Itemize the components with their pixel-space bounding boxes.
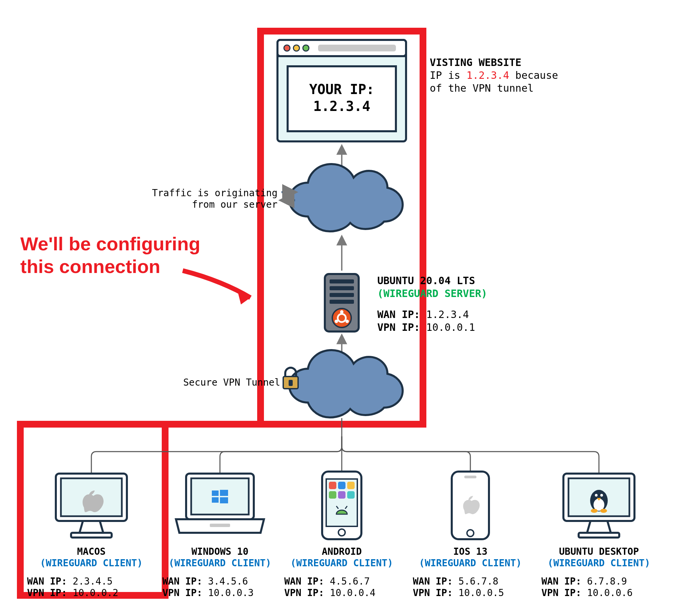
svg-rect-32 [212,497,219,503]
svg-point-17 [335,320,338,323]
lock-icon [283,368,298,389]
client-name: WINDOWS 10 [192,546,249,557]
svg-text:VPN IP: 10.0.0.4: VPN IP: 10.0.0.4 [284,587,376,598]
client-role: (WIREGUARD CLIENT) [290,557,393,569]
ubuntu-server-icon [325,274,359,332]
svg-rect-38 [338,482,345,489]
svg-rect-33 [220,497,228,503]
svg-rect-39 [347,482,355,489]
svg-rect-11 [330,286,354,290]
svg-text:WAN IP: 1.2.3.4: WAN IP: 1.2.3.4 [377,309,469,320]
client-captions: MACOS (WIREGUARD CLIENT) WAN IP: 2.3.4.5… [27,546,650,598]
svg-point-53 [600,509,607,513]
svg-rect-30 [212,491,219,496]
svg-rect-37 [329,482,336,489]
browser-ip-value: 1.2.3.4 [313,98,371,114]
client-name: ANDROID [322,546,362,557]
tux-logo-icon [590,490,608,513]
client-role: (WIREGUARD CLIENT) [40,557,142,569]
client-windows [176,474,264,533]
svg-point-18 [345,320,349,323]
speaker-icon [464,476,476,478]
client-name: IOS 13 [453,546,487,557]
svg-rect-40 [329,491,336,499]
svg-text:WAN IP: 2.3.4.5: WAN IP: 2.3.4.5 [27,576,113,587]
traffic-caption: Traffic is originating from our server [152,187,277,210]
traffic-min-icon [293,45,299,51]
browser-window: YOUR IP: 1.2.3.4 [277,40,406,141]
svg-rect-54 [579,533,619,538]
svg-text:WAN IP: 5.6.7.8: WAN IP: 5.6.7.8 [413,576,498,587]
svg-point-52 [591,509,598,513]
svg-rect-42 [347,491,355,499]
svg-rect-41 [338,491,345,499]
svg-rect-10 [330,279,354,283]
website-caption: VISTING WEBSITE IP is 1.2.3.4 becauseof … [430,57,558,94]
tunnel-caption: Secure VPN Tunnel [183,377,280,388]
svg-rect-34 [210,524,230,527]
svg-text:VPN IP: 10.0.0.2: VPN IP: 10.0.0.2 [27,587,118,598]
traffic-max-icon [303,45,309,51]
svg-rect-13 [330,300,354,304]
client-role: (WIREGUARD CLIENT) [548,557,650,569]
svg-text:WAN IP: 4.5.6.7: WAN IP: 4.5.6.7 [284,576,370,587]
svg-rect-31 [220,490,228,496]
client-ubuntu-desktop [563,474,634,538]
svg-text:VPN IP: 10.0.0.3: VPN IP: 10.0.0.3 [162,587,254,598]
traffic-close-icon [284,45,290,51]
svg-rect-27 [71,533,112,538]
svg-text:WAN IP: 3.4.5.6: WAN IP: 3.4.5.6 [162,576,248,587]
svg-text:VPN IP: 10.0.0.1: VPN IP: 10.0.0.1 [377,321,475,333]
svg-rect-22 [289,380,293,386]
svg-point-51 [600,494,603,497]
website-caption-title: VISTING WEBSITE [430,57,521,68]
urlbar-icon [318,45,396,52]
client-name: MACOS [77,546,105,557]
browser-ip-label: YOUR IP: [309,81,375,97]
client-android [322,472,361,539]
client-role: (WIREGUARD CLIENT) [419,557,521,569]
svg-text:IP is 1.2.3.4 becauseof the VP: IP is 1.2.3.4 becauseof the VPN tunnel [430,69,558,94]
svg-text:VPN IP: 10.0.0.6: VPN IP: 10.0.0.6 [541,587,633,598]
server-role: (WIREGUARD SERVER) [377,287,487,299]
svg-marker-65 [237,288,251,304]
server-caption: UBUNTU 20.04 LTS (WIREGUARD SERVER) WAN … [377,275,487,333]
svg-point-50 [595,494,598,497]
svg-rect-29 [191,478,249,515]
server-title: UBUNTU 20.04 LTS [377,275,475,286]
client-ios [452,472,489,539]
client-name: UBUNTU DESKTOP [559,546,639,557]
client-macos [56,474,127,538]
svg-text:VPN IP: 10.0.0.5: VPN IP: 10.0.0.5 [413,587,504,598]
client-role: (WIREGUARD CLIENT) [169,557,271,569]
svg-rect-12 [330,293,354,297]
svg-text:WAN IP: 6.7.8.9: WAN IP: 6.7.8.9 [541,576,627,587]
svg-point-16 [340,310,343,314]
highlight-arrow-icon [183,271,251,304]
highlight-text: We'll be configuringthis connection [20,233,200,277]
vpn-cloud-icon [289,350,403,417]
svg-text:Traffic is originating from ou: Traffic is originating from our server [152,187,277,210]
internet-cloud-icon [289,164,403,231]
